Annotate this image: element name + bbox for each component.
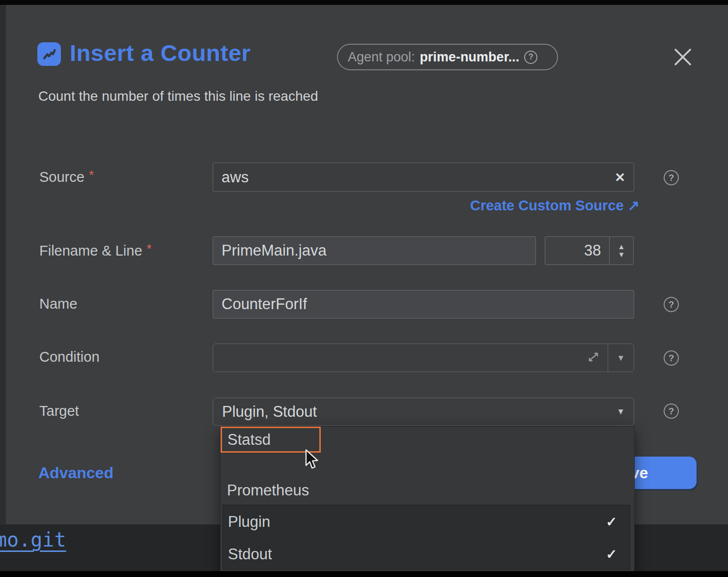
source-help-icon[interactable]: ? (664, 170, 679, 185)
dropdown-item-label: Statsd (227, 431, 271, 449)
dropdown-item-plugin[interactable]: Plugin ✓ (223, 509, 630, 535)
name-value: CounterForIf (222, 295, 625, 313)
check-icon: ✓ (606, 547, 617, 562)
name-help-icon[interactable]: ? (664, 297, 679, 312)
dropdown-item-label: Plugin (228, 513, 606, 531)
dialog-subtitle: Count the number of times this line is r… (38, 88, 318, 104)
git-repo-link[interactable]: mo.git (0, 528, 66, 551)
dropdown-item-stdout[interactable]: Stdout ✓ (223, 542, 630, 567)
advanced-link[interactable]: Advanced (38, 464, 113, 482)
expand-icon[interactable] (586, 349, 601, 366)
dialog-title: Insert a Counter (70, 39, 251, 66)
line-number-value[interactable]: 38 (545, 237, 609, 264)
name-label: Name (39, 296, 77, 312)
condition-input[interactable]: ▼ (213, 344, 634, 372)
screen: Insert a Counter Agent pool: prime-numbe… (0, 0, 728, 577)
source-label: Source* (39, 169, 94, 185)
chevron-down-icon: ▼ (617, 354, 625, 362)
dropdown-selected-group: Plugin ✓ Stdout ✓ (223, 505, 630, 570)
required-marker: * (89, 168, 94, 182)
counter-icon (37, 42, 61, 66)
bottom-bar (0, 571, 728, 577)
filename-value: PrimeMain.java (222, 242, 527, 260)
dropdown-item-prometheus[interactable]: Prometheus (227, 482, 309, 499)
target-select[interactable]: Plugin, Stdout ▼ (213, 398, 634, 426)
background-left-strip (0, 5, 6, 524)
top-bar (0, 0, 728, 5)
target-dropdown-menu: Statsd Prometheus Plugin ✓ Stdout ✓ (220, 426, 635, 574)
agent-pool-value: prime-number... (420, 50, 520, 65)
agent-pool-label: Agent pool: (348, 50, 415, 65)
agent-pool-help-icon[interactable]: ? (524, 51, 537, 64)
agent-pool-badge: Agent pool: prime-number... ? (337, 44, 558, 70)
source-value: aws (222, 169, 615, 186)
condition-help-icon[interactable]: ? (664, 350, 679, 366)
target-help-icon[interactable]: ? (664, 404, 679, 419)
close-icon[interactable] (671, 45, 695, 69)
create-custom-source-link[interactable]: Create Custom Source ↗ (470, 197, 640, 214)
external-link-icon: ↗ (628, 198, 640, 213)
dropdown-item-label: Stdout (228, 546, 606, 563)
source-input[interactable]: aws ✕ (213, 163, 634, 192)
filename-input[interactable]: PrimeMain.java (213, 236, 536, 265)
name-input[interactable]: CounterForIf (213, 290, 634, 318)
mouse-cursor-icon (303, 449, 320, 471)
condition-dropdown-button[interactable]: ▼ (608, 344, 634, 372)
line-number-stepper[interactable]: 38 ▲ ▼ (545, 236, 634, 265)
step-down-icon[interactable]: ▼ (618, 251, 625, 258)
clear-icon[interactable]: ✕ (615, 171, 625, 184)
step-up-icon[interactable]: ▲ (618, 243, 625, 250)
target-label: Target (39, 403, 79, 419)
filename-label: Filename & Line* (39, 243, 152, 259)
condition-label: Condition (39, 349, 100, 365)
chevron-down-icon: ▼ (616, 407, 625, 416)
target-value: Plugin, Stdout (222, 403, 616, 421)
check-icon: ✓ (606, 514, 617, 530)
required-marker: * (147, 241, 152, 256)
